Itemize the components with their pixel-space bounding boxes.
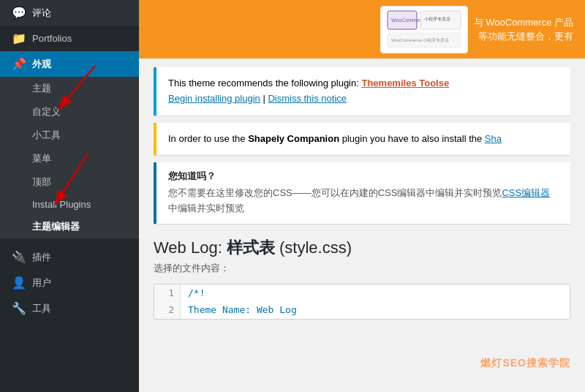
line-number-1: 1 [154, 284, 181, 301]
svg-text:小程序专卖店: 小程序专卖店 [424, 16, 450, 21]
sidebar-item-plugins[interactable]: 🔌 插件 [0, 244, 139, 270]
code-line-2: 2 Theme Name: Web Log [154, 301, 570, 318]
sidebar-sub-theme-editor[interactable]: 主题编辑器 [0, 215, 139, 238]
woo-preview-image: WooCommerce 小程序专卖店 WooCommerce 小程序专卖店 [384, 7, 464, 51]
sidebar-sub-widgets[interactable]: 小工具 [0, 124, 139, 147]
page-title-area: Web Log: 样式表 (style.css) 选择的文件内容： [139, 231, 585, 284]
woo-screenshot: WooCommerce 小程序专卖店 WooCommerce 小程序专卖店 [380, 6, 468, 53]
sidebar-item-label: 用户 [32, 276, 51, 290]
sidebar-sub-header[interactable]: 顶部 [0, 170, 139, 194]
sidebar-item-label: 插件 [32, 251, 51, 264]
page-title: Web Log: 样式表 (style.css) [154, 237, 570, 259]
sidebar-sub-customize[interactable]: 自定义 [0, 100, 139, 124]
sidebar-sub-install-plugins[interactable]: Install Plugins [0, 194, 139, 215]
comments-icon: 💬 [12, 6, 26, 20]
sidebar-item-label: 外观 [32, 58, 51, 71]
promo-text: 与 WooCommerce 产品 等功能无缝整合，更有 [474, 15, 573, 44]
appearance-icon: 📌 [12, 57, 26, 71]
shapely-link[interactable]: Sha [485, 133, 502, 144]
sidebar-item-portfolios[interactable]: 📁 Portfolios [0, 26, 139, 51]
sidebar-sub-menus[interactable]: 菜单 [0, 147, 139, 170]
sidebar-item-label: 工具 [32, 302, 51, 315]
main-content: WooCommerce 小程序专卖店 WooCommerce 小程序专卖店 与 … [139, 0, 585, 392]
notices-container: This theme recommends the following plug… [139, 59, 585, 224]
sidebar-item-comments[interactable]: 💬 评论 [0, 0, 139, 26]
sidebar-item-appearance[interactable]: 📌 外观 [0, 51, 139, 77]
sidebar-sub-themes[interactable]: 主题 [0, 77, 139, 100]
line-content-2: Theme Name: Web Log [181, 301, 297, 318]
users-icon: 👤 [12, 276, 26, 290]
companion-notice-text: In order to use the Shapely Companion pl… [168, 133, 502, 144]
code-editor[interactable]: 1 /*! 2 Theme Name: Web Log [154, 284, 570, 320]
sidebar-item-label: Portfolios [32, 33, 72, 44]
watermark: 燃灯SEO搜索学院 [480, 357, 570, 370]
dismiss-notice-link[interactable]: Dismiss this notice [268, 93, 347, 104]
plugins-icon: 🔌 [12, 250, 26, 264]
sidebar: 💬 评论 📁 Portfolios 📌 外观 主题 自定义 小工具 菜单 顶部 … [0, 0, 139, 392]
companion-notice: In order to use the Shapely Companion pl… [154, 123, 570, 156]
sidebar-item-tools[interactable]: 🔧 工具 [0, 295, 139, 321]
install-plugin-link[interactable]: Begin installing plugin [168, 93, 260, 104]
plugin-recommendation-notice: This theme recommends the following plug… [154, 67, 570, 116]
line-number-2: 2 [154, 301, 181, 318]
svg-text:WooCommerce 小程序专卖店: WooCommerce 小程序专卖店 [391, 37, 449, 42]
appearance-submenu: 主题 自定义 小工具 菜单 顶部 Install Plugins 主题编辑器 [0, 77, 139, 238]
sidebar-item-label: 评论 [32, 7, 51, 20]
promo-banner: WooCommerce 小程序专卖店 WooCommerce 小程序专卖店 与 … [139, 0, 585, 59]
css-editor-link[interactable]: CSS编辑器 [502, 187, 550, 198]
portfolios-icon: 📁 [12, 31, 26, 45]
know-box-title: 您知道吗？ [168, 170, 559, 183]
page-subtitle: 选择的文件内容： [154, 262, 570, 275]
sidebar-item-users[interactable]: 👤 用户 [0, 270, 139, 295]
notice-text-prefix: This theme recommends the following plug… [168, 78, 361, 88]
plugin-link[interactable]: Thememiles Toolse [361, 78, 449, 88]
line-content-1: /*! [181, 284, 205, 301]
code-line-1: 1 /*! [154, 284, 570, 301]
know-box-text: 您不需要在这里修改您的CSS——您可以在内建的CSS编辑器中编辑并实时预览CSS… [168, 186, 559, 216]
know-box: 您知道吗？ 您不需要在这里修改您的CSS——您可以在内建的CSS编辑器中编辑并实… [154, 162, 570, 224]
tools-icon: 🔧 [12, 301, 26, 315]
